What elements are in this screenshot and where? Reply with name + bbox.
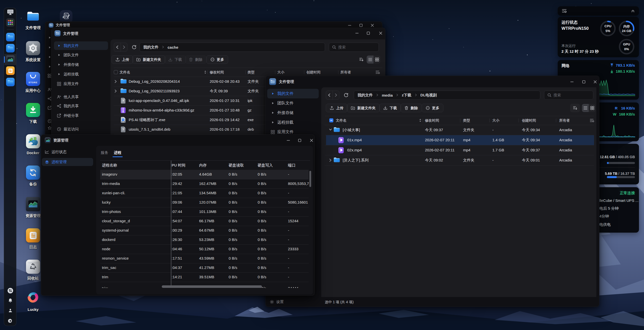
expand-row-icon[interactable]: [329, 158, 332, 162]
column-header-4[interactable]: 大小: [492, 118, 499, 123]
file-name[interactable]: Debug_Log_20260208204314: [129, 79, 180, 84]
win-cache-breadcrumb[interactable]: 我的文件cache: [140, 43, 325, 52]
file-name[interactable]: [异人之下].系列: [343, 158, 369, 163]
forward-button[interactable]: [121, 43, 127, 51]
win-media-titlebar[interactable]: [266, 76, 599, 88]
file-name[interactable]: utools_7.5.1_amd64.deb: [129, 127, 170, 131]
process-row-12[interactable]: trim:14:2139.51MB0 B/s0 B/s-: [41, 272, 310, 282]
desktop-icon-files[interactable]: 文件管理: [17, 9, 49, 30]
taskbar-display-icon[interactable]: [6, 8, 15, 16]
taskbar-files-icon[interactable]: [6, 33, 15, 41]
process-column-header-5[interactable]: 硬盘写入: [258, 163, 273, 168]
forward-button[interactable]: [333, 91, 339, 99]
win-media-sidebar-item-3[interactable]: 外接存储: [267, 108, 319, 118]
panel-collapse-icon[interactable]: [631, 9, 635, 13]
horizontal-scrollbar[interactable]: [162, 285, 262, 288]
win-cache-titlebar[interactable]: [51, 28, 385, 39]
win-res-tab-1[interactable]: 服务: [101, 150, 108, 155]
taskbar-notifications-icon[interactable]: [6, 296, 15, 305]
back-button[interactable]: [114, 43, 121, 51]
taskbar-transfer-icon[interactable]: [6, 286, 15, 295]
grid-view-button[interactable]: [589, 104, 596, 112]
win-cache-toolbar-more-button[interactable]: 更多: [206, 55, 228, 64]
process-row-3[interactable]: xunlei-pan-cli.:21:05134.54MB0 B/s0 B/s-: [41, 188, 310, 198]
column-header-2[interactable]: 修改时间: [425, 118, 439, 123]
back-button[interactable]: [326, 91, 333, 99]
file-name[interactable]: Debug_Log_20260211093923: [129, 89, 180, 93]
win-media-minimize-button[interactable]: [567, 78, 576, 85]
process-row-4[interactable]: lucky:09:06120.07MB0 B/s0 B/s5080,16601: [41, 198, 310, 207]
taskbar-logs-icon[interactable]: [6, 66, 15, 75]
process-row-8[interactable]: dockerd:26:3053.23MB0 B/s0 B/s-: [41, 235, 310, 244]
win-cache-sidebar-item-2[interactable]: 团队文件: [54, 51, 108, 59]
win-res-titlebar[interactable]: [41, 135, 314, 146]
file-name[interactable]: PS AI 缩略图补丁.exe: [129, 118, 165, 122]
win-cache-refresh-button[interactable]: [130, 43, 138, 51]
breadcrumb-segment[interactable]: media: [382, 93, 393, 97]
win-cache-minimize-button[interactable]: [352, 30, 361, 37]
win-cache-toolbar-download-button[interactable]: 下载: [164, 55, 186, 64]
column-header-6[interactable]: 所有者: [340, 70, 351, 75]
taskbar-files3-icon[interactable]: [6, 78, 15, 86]
process-row-7[interactable]: systemd-journal:00:2964.67MB0 B/s0 B/s-: [41, 226, 310, 235]
win-res-sidebar-item-2[interactable]: 进程管理: [42, 158, 93, 166]
collapse-row-icon[interactable]: [329, 128, 332, 131]
process-row-1[interactable]: imagesrv:02:054.64GB0 B/s0 B/s-: [41, 170, 310, 179]
taskbar-files2-icon[interactable]: [6, 44, 15, 52]
win-media-toolbar-more-button[interactable]: 更多: [422, 104, 443, 112]
column-header-3[interactable]: 类型: [463, 118, 470, 123]
win-media-toolbar-new-folder-button[interactable]: 新建文件夹: [347, 104, 380, 112]
win-media-column-settings-icon[interactable]: [590, 119, 594, 123]
win-cache-column-settings-icon[interactable]: [375, 70, 380, 75]
breadcrumb-segment[interactable]: 我的文件: [358, 93, 373, 98]
win-media-file-row-3[interactable]: 02x.mp42026-02-07 20:11mp41.7 GB今天 09:37…: [266, 145, 599, 155]
win-media-breadcrumb[interactable]: 我的文件mediaz下载DL电视剧: [354, 91, 540, 100]
breadcrumb-segment[interactable]: DL电视剧: [420, 93, 437, 98]
win-cache-toolbar-trash-button[interactable]: 删除: [185, 55, 206, 64]
win-res-tab-2[interactable]: 进程: [114, 150, 121, 155]
grid-view-button[interactable]: [373, 56, 380, 64]
expand-row-icon[interactable]: [114, 80, 117, 83]
process-row-5[interactable]: trim-photos:07:44101.13MB0 B/s0 B/s-: [41, 207, 310, 216]
win-res-close-button[interactable]: [307, 137, 315, 144]
column-header-3[interactable]: 类型: [248, 70, 255, 75]
file-name[interactable]: 02x.mp4: [347, 148, 362, 152]
column-header-1[interactable]: 文件名: [120, 70, 130, 75]
win-media-refresh-button[interactable]: [342, 91, 350, 99]
win-media-toolbar-download-button[interactable]: 下载: [379, 104, 401, 112]
breadcrumb-segment[interactable]: cache: [168, 45, 178, 49]
taskbar-settings-icon[interactable]: [6, 317, 15, 325]
win-media-settings-button[interactable]: 设置: [270, 299, 284, 304]
process-row-10[interactable]: resmon_service:17:5143.59MB0 B/s0 B/s-: [41, 254, 310, 263]
process-column-header-4[interactable]: 硬盘读取: [229, 163, 244, 168]
file-name[interactable]: luci-app-openclash_0.47.046_all.ipk: [129, 98, 189, 103]
win-cache-close-button[interactable]: [376, 30, 385, 37]
win-cache-toolbar-upload-button[interactable]: 上传: [112, 55, 133, 64]
process-row-2[interactable]: trim-media:29:42162.47MB0 B/s0 B/s8005,5…: [41, 179, 310, 188]
process-column-header-3[interactable]: 内存: [199, 163, 207, 168]
win-cache-sort-button[interactable]: [356, 55, 366, 64]
file-name[interactable]: mihomo-linux-arm64-alpha-c33c90d.gz: [129, 108, 194, 112]
win-media-file-row-4[interactable]: [异人之下].系列今天 09:02文件夹-今天 09:01Arcadia: [266, 155, 599, 165]
win-media-sort-button[interactable]: [570, 104, 580, 112]
column-header-4[interactable]: 大小: [277, 70, 284, 75]
win-cache-toolbar-new-folder-button[interactable]: 新建文件夹: [132, 55, 165, 64]
panel-widget-settings-icon[interactable]: [562, 9, 567, 13]
win-media-select-all-checkbox[interactable]: [329, 118, 333, 122]
file-name[interactable]: [小城大事]: [343, 128, 360, 132]
win-res-minimize-button[interactable]: [284, 137, 293, 144]
process-row-11[interactable]: trim_sac:04:3741.27MB0 B/s0 B/s-: [41, 263, 310, 272]
win-media-sidebar-item-2[interactable]: 团队文件: [267, 98, 319, 108]
taskbar-user-icon[interactable]: [6, 306, 15, 315]
win-cache-search-box[interactable]: 搜索: [329, 43, 379, 52]
win-media-file-row-2[interactable]: 01x.mp42026-02-07 20:11mp41.4 GB今天 09:34…: [266, 135, 599, 145]
sort-direction-icon[interactable]: [204, 70, 206, 75]
process-column-header-1[interactable]: 进程名称: [102, 163, 117, 168]
breadcrumb-segment[interactable]: z下载: [402, 93, 411, 98]
win-media-search-box[interactable]: 搜索: [544, 91, 593, 100]
win-media-file-row-1[interactable]: [小城大事]今天 09:37文件夹-今天 09:34Arcadia: [266, 125, 599, 135]
win-res-maximize-button[interactable]: [295, 137, 304, 144]
list-view-button[interactable]: [367, 56, 373, 64]
sort-direction-icon[interactable]: [419, 119, 421, 123]
taskbar-app-grid-icon[interactable]: [6, 18, 15, 27]
